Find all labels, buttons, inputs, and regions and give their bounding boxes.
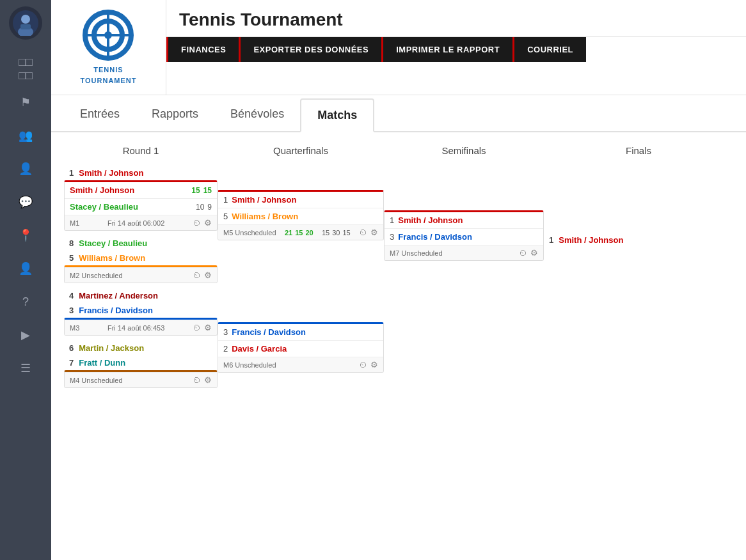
r1-seed7-name: Fratt / Dunn	[79, 358, 218, 368]
page-title: Tennis Tournament	[166, 0, 746, 36]
r1-seed7-num: 7	[69, 358, 74, 368]
r1-seed8-num: 8	[69, 238, 74, 248]
export-button[interactable]: EXPORTER DES DONNÉES	[239, 37, 381, 62]
m6-p1-seed: 3	[223, 327, 228, 337]
match-m1: Smith / Johnson 15 15 Stacey / Beaulieu …	[64, 180, 218, 231]
r1-seed3-name: Francis / Davidson	[79, 306, 218, 315]
match-m2: M2 Unscheduled ⏲ ⚙	[64, 265, 218, 283]
m4-clock-icon[interactable]: ⏲	[193, 375, 201, 385]
email-button[interactable]: COURRIEL	[512, 37, 586, 62]
r1-seed5-label: 5 Williams / Brown	[64, 251, 218, 265]
m2-id: M2 Unscheduled	[70, 272, 123, 279]
m5-info: M5 Unscheduled 21 15 20 15 30 15 ⏲	[218, 224, 383, 240]
sidebar-chat-icon[interactable]: 💬	[12, 188, 40, 216]
m2-info: M2 Unscheduled ⏲ ⚙	[65, 267, 217, 283]
m5-player2: 5 Williams / Brown	[218, 208, 383, 224]
m1-p2-s2: 9	[207, 203, 212, 212]
m5-clock-icon[interactable]: ⏲	[359, 228, 367, 237]
m1-p2-s1: 10	[196, 203, 204, 212]
round1-header: Round 1	[64, 145, 218, 166]
m3-clock-icon[interactable]: ⏲	[193, 323, 201, 332]
svg-point-1	[21, 15, 30, 24]
m5-p2-s1: 15	[322, 229, 329, 237]
m5-p2-s3: 15	[342, 229, 350, 237]
finals-col: Finals 1 Smith / Johnson	[544, 145, 733, 393]
sidebar-list-icon[interactable]: ☰	[12, 354, 40, 382]
m7-player2: 3 Francis / Davidson	[385, 228, 543, 245]
finances-button[interactable]: FINANCES	[166, 37, 239, 62]
m1-date: Fri 14 août 06:002	[107, 219, 164, 227]
m3-info: M3 Fri 14 août 06:453 ⏲ ⚙	[65, 320, 217, 335]
r1-seed3-num: 3	[69, 306, 74, 315]
m6-id: M6 Unscheduled	[223, 361, 276, 369]
match-m3: M3 Fri 14 août 06:453 ⏲ ⚙	[64, 318, 218, 336]
m6-p1-name: Francis / Davidson	[232, 327, 378, 337]
sf-header: Semifinals	[384, 145, 544, 166]
m1-id: M1	[70, 219, 79, 227]
m6-player2: 2 Davis / Garcia	[218, 340, 383, 357]
avatar	[9, 6, 42, 40]
m3-gear-icon[interactable]: ⚙	[204, 323, 212, 332]
match-m6: 3 Francis / Davidson 2 Davis / Garcia M6…	[218, 322, 384, 373]
sidebar-flag-icon[interactable]: ⚑	[12, 88, 40, 116]
m1-gear-icon[interactable]: ⚙	[204, 218, 212, 228]
m5-p1-s3: 20	[305, 229, 313, 237]
finals-seed: 1	[549, 235, 553, 245]
tab-entrees[interactable]: Entrées	[64, 98, 136, 132]
semifinals-col: Semifinals 1 Smith / Johnson 3 Francis /…	[384, 145, 544, 393]
m7-p1-seed: 1	[390, 215, 394, 225]
m2-clock-icon[interactable]: ⏲	[193, 270, 201, 280]
r1-seed4-num: 4	[69, 291, 74, 300]
m5-p2-seed: 5	[223, 212, 228, 221]
m4-gear-icon[interactable]: ⚙	[204, 375, 212, 385]
r1-seed3-label: 3 Francis / Davidson	[64, 303, 218, 318]
logo-text: TENNIS	[80, 66, 136, 74]
sidebar-account-icon[interactable]: 👤	[12, 254, 40, 283]
m6-clock-icon[interactable]: ⏲	[359, 360, 367, 369]
sidebar-person-icon[interactable]: 👤	[12, 155, 40, 183]
tab-matchs[interactable]: Matchs	[300, 98, 374, 132]
m7-id: M7 Unscheduled	[390, 249, 443, 257]
m7-p2-seed: 3	[390, 232, 394, 242]
m5-p2-s2: 30	[332, 229, 340, 237]
m7-gear-icon[interactable]: ⚙	[530, 248, 538, 258]
round1-col: Round 1 1 Smith / Johnson Smith / Johnso…	[64, 145, 218, 393]
match-m7: 1 Smith / Johnson 3 Francis / Davidson M…	[384, 210, 544, 261]
match-m5: 1 Smith / Johnson 5 Williams / Brown M5 …	[218, 190, 384, 240]
r1-seed6-label: 6 Martin / Jackson	[64, 341, 218, 355]
m7-player1: 1 Smith / Johnson	[385, 212, 543, 228]
tab-benevoles[interactable]: Bénévoles	[214, 98, 300, 132]
finals-header: Finals	[544, 145, 733, 166]
tabs: Entrées Rapports Bénévoles Matchs	[51, 98, 746, 132]
header-right: Tennis Tournament FINANCES EXPORTER DES …	[166, 0, 746, 95]
sidebar-play-icon[interactable]: ▶	[12, 321, 40, 349]
sidebar-grid-icon[interactable]: □□□□	[12, 55, 40, 83]
m6-gear-icon[interactable]: ⚙	[370, 360, 378, 369]
m5-gear-icon[interactable]: ⚙	[370, 228, 378, 237]
finals-winner-label: 1 Smith / Johnson	[544, 233, 733, 247]
print-button[interactable]: IMPRIMER LE RAPPORT	[381, 37, 512, 62]
m6-p2-name: Davis / Garcia	[232, 344, 378, 354]
m5-player1: 1 Smith / Johnson	[218, 192, 383, 208]
m2-gear-icon[interactable]: ⚙	[204, 270, 212, 280]
r1-seed8-label: 8 Stacey / Beaulieu	[64, 236, 218, 251]
r1-seed5-name: Williams / Brown	[79, 253, 218, 263]
m3-id: M3	[70, 324, 79, 332]
m1-clock-icon[interactable]: ⏲	[193, 218, 201, 228]
sidebar-location-icon[interactable]: 📍	[12, 221, 40, 249]
r1-seed6-name: Martin / Jackson	[79, 343, 218, 353]
sidebar-help-icon[interactable]: ?	[12, 288, 40, 316]
r1-seed5-num: 5	[69, 253, 74, 263]
header-buttons: FINANCES EXPORTER DES DONNÉES IMPRIMER L…	[166, 36, 746, 62]
m7-info: M7 Unscheduled ⏲ ⚙	[385, 245, 543, 260]
bracket-area: Round 1 1 Smith / Johnson Smith / Johnso…	[51, 132, 746, 560]
sidebar-users-icon[interactable]: 👥	[12, 121, 40, 150]
m7-clock-icon[interactable]: ⏲	[519, 248, 527, 258]
main-content: TENNIS TOURNAMENT Tennis Tournament FINA…	[51, 0, 746, 560]
r1-seed7-label: 7 Fratt / Dunn	[64, 355, 218, 370]
m1-p1-name: Smith / Johnson	[70, 185, 187, 195]
tab-rapports[interactable]: Rapports	[136, 98, 214, 132]
m5-id: M5 Unscheduled	[223, 229, 276, 237]
qf-header: Quarterfinals	[218, 145, 384, 166]
m4-id: M4 Unscheduled	[70, 377, 123, 384]
